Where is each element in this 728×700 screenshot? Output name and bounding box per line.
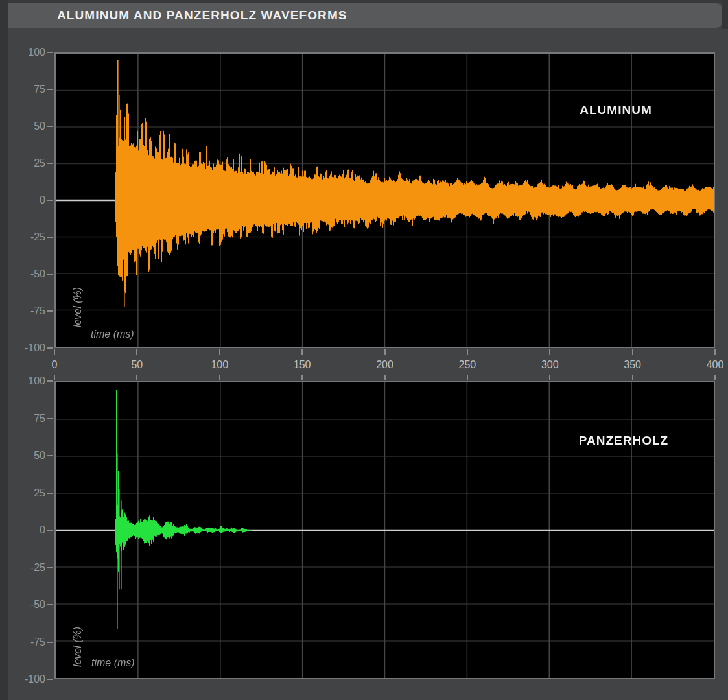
aluminum-plot — [54, 52, 715, 348]
y-tick-label: 0 — [13, 524, 45, 537]
panzerholz-xlabel: time (ms) — [91, 657, 135, 669]
title-bar: ALUMINUM AND PANZERHOLZ WAVEFORMS — [8, 3, 722, 28]
y-tick-label: 0 — [13, 194, 45, 207]
x-tick-mark-top — [384, 349, 386, 355]
y-tick-label: -25 — [13, 561, 45, 574]
x-tick-mark-bottom — [136, 375, 137, 380]
panzerholz-series-label: PANZERHOLZ — [565, 434, 682, 448]
y-tick-mark — [47, 530, 53, 531]
y-tick-mark — [47, 310, 53, 312]
y-tick-label: -50 — [13, 598, 45, 611]
y-tick-label: 50 — [13, 449, 45, 462]
title-bar-right-dark — [722, 0, 728, 29]
y-tick-mark — [47, 418, 53, 419]
x-tick-mark-top — [301, 349, 303, 355]
x-tick-mark-bottom — [219, 375, 220, 380]
y-tick-label: -75 — [13, 636, 45, 649]
aluminum-xlabel: time (ms) — [91, 329, 134, 340]
aluminum-ylabel: level (%) — [72, 287, 84, 327]
y-tick-label: -100 — [13, 342, 45, 355]
y-tick-mark — [47, 163, 53, 164]
y-tick-mark — [47, 679, 53, 680]
panzerholz-plot — [54, 381, 715, 679]
y-tick-label: 100 — [13, 46, 45, 59]
x-tick-mark-bottom — [714, 375, 716, 380]
x-tick-mark-top — [467, 349, 468, 355]
x-tick-mark-top — [136, 349, 137, 355]
y-tick-label: -50 — [13, 268, 45, 281]
y-tick-mark — [47, 493, 53, 494]
x-tick-label: 150 — [283, 358, 322, 371]
y-tick-label: -75 — [13, 305, 45, 318]
x-tick-label: 100 — [200, 358, 239, 371]
x-tick-mark-top — [219, 349, 220, 355]
y-tick-mark — [47, 455, 53, 456]
x-tick-label: 0 — [35, 358, 74, 371]
x-tick-label: 250 — [448, 358, 487, 371]
x-tick-mark-bottom — [632, 375, 633, 380]
page-title: ALUMINUM AND PANZERHOLZ WAVEFORMS — [57, 3, 347, 28]
left-dark-border — [0, 0, 8, 700]
y-tick-label: -100 — [13, 673, 45, 686]
x-tick-label: 50 — [117, 358, 156, 371]
y-tick-label: 25 — [13, 487, 45, 500]
y-tick-mark — [47, 347, 53, 349]
y-tick-mark — [47, 567, 53, 568]
x-tick-mark-top — [714, 349, 716, 355]
y-tick-label: 100 — [13, 375, 45, 388]
y-tick-mark — [47, 642, 53, 643]
x-tick-label: 300 — [530, 358, 569, 371]
x-tick-label: 200 — [366, 358, 405, 371]
y-tick-mark — [47, 89, 53, 90]
x-tick-label: 400 — [696, 358, 728, 371]
panzerholz-waveform-canvas — [56, 382, 714, 678]
x-tick-mark-top — [549, 349, 550, 355]
y-tick-label: -25 — [13, 231, 45, 244]
x-tick-mark-bottom — [54, 375, 55, 380]
aluminum-waveform-canvas — [56, 54, 714, 347]
x-tick-mark-bottom — [301, 375, 303, 380]
y-tick-mark — [47, 52, 53, 53]
y-tick-label: 75 — [13, 83, 45, 96]
aluminum-series-label: ALUMINUM — [564, 103, 668, 117]
y-tick-mark — [47, 237, 53, 238]
y-tick-mark — [47, 126, 53, 127]
panzerholz-ylabel: level (%) — [72, 627, 84, 667]
y-tick-mark — [47, 274, 53, 275]
x-tick-label: 350 — [613, 358, 652, 371]
y-tick-label: 25 — [13, 157, 45, 170]
y-tick-mark — [47, 200, 53, 201]
y-tick-mark — [47, 380, 53, 382]
x-tick-mark-bottom — [467, 375, 468, 380]
x-tick-mark-bottom — [549, 375, 550, 380]
y-tick-label: 50 — [13, 120, 45, 133]
y-tick-mark — [47, 604, 53, 605]
y-tick-label: 75 — [13, 412, 45, 425]
x-tick-mark-bottom — [384, 375, 386, 380]
x-tick-mark-top — [632, 349, 633, 355]
x-tick-mark-top — [54, 349, 55, 355]
